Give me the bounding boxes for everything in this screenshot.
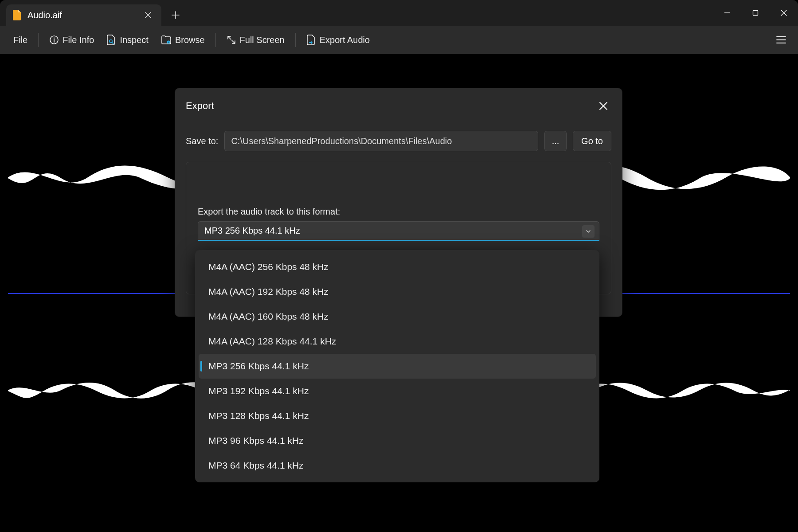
dialog-header: Export (186, 98, 611, 114)
inspect-button[interactable]: Inspect (100, 31, 154, 49)
export-icon (306, 35, 316, 45)
goto-button[interactable]: Go to (573, 131, 611, 151)
file-info-label: File Info (63, 35, 94, 45)
toolbar-separator (38, 33, 39, 47)
file-menu-label: File (13, 35, 27, 45)
close-window-button[interactable] (770, 0, 798, 26)
format-option[interactable]: MP3 64 Kbps 44.1 kHz (199, 453, 596, 478)
export-audio-label: Export Audio (320, 35, 370, 45)
svg-point-2 (54, 38, 55, 39)
browse-button[interactable]: Browse (155, 31, 211, 49)
new-tab-button[interactable] (165, 4, 186, 26)
browse-label: Browse (175, 35, 205, 45)
fullscreen-icon (227, 35, 236, 45)
format-option[interactable]: MP3 192 Kbps 44.1 kHz (199, 379, 596, 403)
tab-title: Audio.aif (27, 10, 136, 20)
save-to-row: Save to: ... Go to (186, 131, 611, 151)
format-option[interactable]: M4A (AAC) 192 Kbps 48 kHz (199, 279, 596, 304)
info-icon (49, 35, 59, 45)
file-menu[interactable]: File (7, 31, 34, 49)
chevron-down-icon (582, 225, 595, 238)
format-selected-value: MP3 256 Kbps 44.1 kHz (204, 226, 300, 236)
browse-path-label: ... (552, 136, 559, 146)
title-bar: Audio.aif (0, 0, 798, 26)
save-path-input[interactable] (224, 131, 538, 151)
inspect-label: Inspect (120, 35, 148, 45)
dialog-title: Export (186, 100, 214, 112)
window-controls (713, 0, 798, 26)
maximize-button[interactable] (741, 0, 770, 26)
browse-path-button[interactable]: ... (544, 131, 567, 151)
browse-icon (161, 35, 172, 45)
dialog-close-button[interactable] (595, 98, 611, 114)
full-screen-button[interactable]: Full Screen (220, 31, 291, 49)
toolbar-separator (215, 33, 216, 47)
toolbar: File File Info Inspect Browse Full (0, 26, 798, 54)
format-dropdown: M4A (AAC) 256 Kbps 48 kHzM4A (AAC) 192 K… (195, 250, 599, 482)
tab-close-button[interactable] (141, 8, 155, 22)
format-label: Export the audio track to this format: (198, 207, 599, 217)
format-combobox[interactable]: MP3 256 Kbps 44.1 kHz (198, 221, 599, 241)
inspect-icon (106, 35, 116, 45)
goto-label: Go to (581, 136, 603, 146)
export-audio-button[interactable]: Export Audio (300, 31, 376, 49)
format-option[interactable]: MP3 256 Kbps 44.1 kHz (199, 354, 596, 379)
format-option[interactable]: MP3 96 Kbps 44.1 kHz (199, 428, 596, 453)
document-tab[interactable]: Audio.aif (6, 4, 161, 26)
format-option[interactable]: M4A (AAC) 256 Kbps 48 kHz (199, 254, 596, 279)
toolbar-separator (295, 33, 296, 47)
menu-button[interactable] (771, 30, 791, 50)
save-to-label: Save to: (186, 136, 218, 146)
file-info-button[interactable]: File Info (43, 31, 100, 49)
format-option[interactable]: M4A (AAC) 160 Kbps 48 kHz (199, 304, 596, 329)
file-icon (12, 9, 22, 21)
full-screen-label: Full Screen (240, 35, 285, 45)
minimize-button[interactable] (713, 0, 741, 26)
format-option[interactable]: M4A (AAC) 128 Kbps 44.1 kHz (199, 329, 596, 354)
format-option[interactable]: MP3 128 Kbps 44.1 kHz (199, 403, 596, 428)
app-window: Audio.aif File (0, 0, 798, 532)
svg-rect-0 (753, 11, 758, 16)
